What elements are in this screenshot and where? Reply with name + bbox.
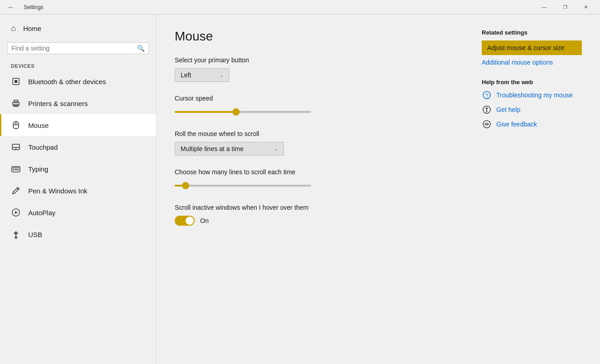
home-label: Home xyxy=(23,25,41,32)
printers-icon xyxy=(11,99,21,108)
scroll-inactive-label: Scroll inactive windows when I hover ove… xyxy=(175,204,454,211)
sidebar: ⌂ Home 🔍 Devices Bluetooth & other devic… xyxy=(0,15,156,364)
scroll-wheel-label: Roll the mouse wheel to scroll xyxy=(175,130,454,137)
svg-rect-13 xyxy=(16,167,18,168)
sidebar-item-touchpad-label: Touchpad xyxy=(28,143,58,151)
sidebar-item-autoplay-label: AutoPlay xyxy=(28,209,55,217)
titlebar-controls: — ❐ ✕ xyxy=(534,0,596,15)
sidebar-item-pen-label: Pen & Windows Ink xyxy=(28,187,87,195)
svg-rect-1 xyxy=(15,80,17,83)
svg-rect-15 xyxy=(13,169,14,170)
scroll-inactive-state: On xyxy=(200,217,209,224)
feedback-item[interactable]: Give feedback xyxy=(482,119,582,129)
troubleshoot-link[interactable]: Troubleshooting my mouse xyxy=(496,91,573,99)
svg-line-18 xyxy=(17,188,18,190)
svg-rect-3 xyxy=(14,100,18,102)
help-section: Help from the web ? Troubleshooting my m… xyxy=(482,79,582,129)
pen-icon xyxy=(11,186,21,195)
svg-rect-16 xyxy=(15,169,18,170)
scroll-lines-track xyxy=(175,185,311,187)
back-button[interactable]: ← xyxy=(4,0,18,15)
troubleshoot-item[interactable]: ? Troubleshooting my mouse xyxy=(482,90,582,100)
search-icon: 🔍 xyxy=(137,45,145,52)
sidebar-item-typing-label: Typing xyxy=(28,165,48,173)
svg-point-25 xyxy=(486,107,488,109)
scroll-wheel-dropdown[interactable]: Multiple lines at a time ⌄ xyxy=(175,142,284,156)
sidebar-section-label: Devices xyxy=(0,60,156,71)
maximize-button[interactable]: ❐ xyxy=(555,0,575,15)
titlebar-left: ← Settings xyxy=(4,0,43,15)
sidebar-item-bluetooth-label: Bluetooth & other devices xyxy=(28,78,106,86)
sidebar-item-typing[interactable]: Typing xyxy=(0,158,156,180)
scroll-wheel-section: Roll the mouse wheel to scroll Multiple … xyxy=(175,130,454,156)
toggle-knob xyxy=(186,217,194,225)
cursor-speed-section: Cursor speed xyxy=(175,95,454,117)
svg-text:?: ? xyxy=(485,93,488,98)
scroll-lines-thumb[interactable] xyxy=(182,182,189,189)
help-title: Help from the web xyxy=(482,79,582,86)
sidebar-item-touchpad[interactable]: Touchpad xyxy=(0,136,156,158)
cursor-speed-slider[interactable] xyxy=(175,106,311,117)
scroll-inactive-section: Scroll inactive windows when I hover ove… xyxy=(175,204,454,226)
scroll-lines-section: Choose how many lines to scroll each tim… xyxy=(175,168,454,191)
additional-mouse-link[interactable]: Additional mouse options xyxy=(482,59,582,66)
main-content: Mouse Select your primary button Left ⌄ … xyxy=(156,15,600,364)
search-input[interactable] xyxy=(11,45,135,52)
autoplay-icon xyxy=(11,208,21,217)
scroll-wheel-value: Multiple lines at a time xyxy=(181,145,244,152)
cursor-speed-track xyxy=(175,111,311,113)
sidebar-item-autoplay[interactable]: AutoPlay xyxy=(0,202,156,223)
scroll-inactive-toggle[interactable] xyxy=(175,216,195,226)
svg-rect-11 xyxy=(13,167,14,168)
cursor-speed-thumb[interactable] xyxy=(232,108,240,116)
bluetooth-icon xyxy=(11,77,21,86)
cursor-speed-fill xyxy=(175,111,236,113)
sidebar-item-mouse-label: Mouse xyxy=(28,121,49,129)
content-main: Mouse Select your primary button Left ⌄ … xyxy=(175,29,454,349)
sidebar-item-bluetooth[interactable]: Bluetooth & other devices xyxy=(0,71,156,92)
related-settings-section: Related settings Adjust mouse & cursor s… xyxy=(482,29,582,66)
scroll-lines-slider[interactable] xyxy=(175,180,311,191)
get-help-link[interactable]: Get help xyxy=(496,106,520,113)
troubleshoot-icon: ? xyxy=(482,90,492,100)
home-icon: ⌂ xyxy=(11,24,16,33)
app-container: ⌂ Home 🔍 Devices Bluetooth & other devic… xyxy=(0,15,600,364)
search-box[interactable]: 🔍 xyxy=(7,42,149,54)
primary-button-section: Select your primary button Left ⌄ xyxy=(175,56,454,82)
sidebar-item-usb-label: USB xyxy=(28,231,42,238)
cursor-speed-label: Cursor speed xyxy=(175,95,454,102)
mouse-icon xyxy=(11,121,21,130)
chevron-down-icon-2: ⌄ xyxy=(274,147,278,152)
sidebar-item-home[interactable]: ⌂ Home xyxy=(0,18,156,39)
chevron-down-icon: ⌄ xyxy=(220,73,223,78)
related-settings-title: Related settings xyxy=(482,29,582,36)
touchpad-icon xyxy=(11,142,21,152)
get-help-icon xyxy=(482,105,492,115)
sidebar-item-usb[interactable]: USB xyxy=(0,223,156,245)
usb-icon xyxy=(11,230,21,239)
scroll-lines-label: Choose how many lines to scroll each tim… xyxy=(175,168,454,176)
close-button[interactable]: ✕ xyxy=(575,0,596,15)
primary-button-label: Select your primary button xyxy=(175,56,454,64)
svg-rect-12 xyxy=(15,167,16,168)
scroll-inactive-toggle-container: On xyxy=(175,216,454,226)
feedback-icon xyxy=(482,119,492,129)
get-help-item[interactable]: Get help xyxy=(482,105,582,115)
feedback-link[interactable]: Give feedback xyxy=(496,121,537,128)
content-sidebar: Related settings Adjust mouse & cursor s… xyxy=(482,29,582,349)
sidebar-item-mouse[interactable]: Mouse xyxy=(0,114,156,136)
typing-icon xyxy=(11,164,21,173)
sidebar-item-pen[interactable]: Pen & Windows Ink xyxy=(0,180,156,202)
sidebar-item-printers[interactable]: Printers & scanners xyxy=(0,92,156,114)
svg-point-27 xyxy=(483,121,490,128)
svg-rect-17 xyxy=(18,169,19,170)
minimize-button[interactable]: — xyxy=(534,0,555,15)
titlebar-title: Settings xyxy=(24,4,43,10)
primary-button-dropdown[interactable]: Left ⌄ xyxy=(175,68,229,82)
sidebar-item-printers-label: Printers & scanners xyxy=(28,100,88,107)
adjust-mouse-link[interactable]: Adjust mouse & cursor size xyxy=(482,40,582,55)
primary-button-value: Left xyxy=(181,71,191,79)
svg-rect-14 xyxy=(18,167,19,168)
titlebar: ← Settings — ❐ ✕ xyxy=(0,0,600,15)
page-title: Mouse xyxy=(175,29,454,44)
